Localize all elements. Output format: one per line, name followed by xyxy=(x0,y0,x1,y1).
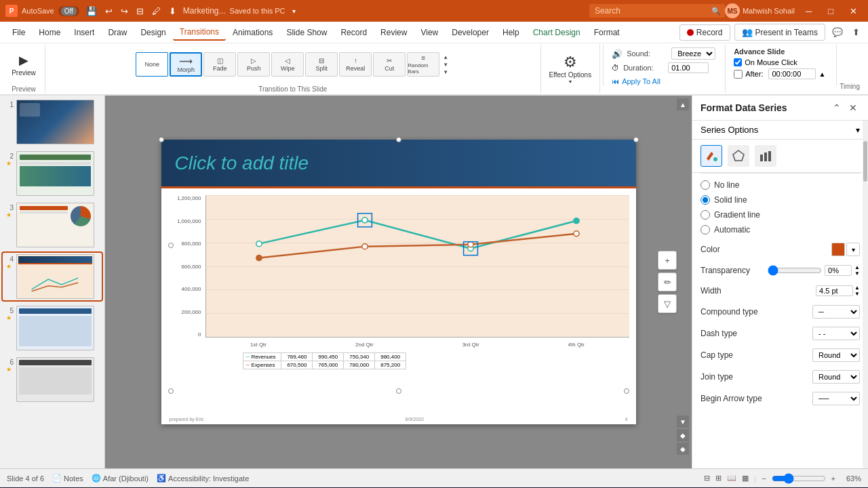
filter-button[interactable]: ▽ xyxy=(658,294,677,313)
transition-split[interactable]: ⊟ Split xyxy=(305,52,338,77)
maximize-button[interactable]: □ xyxy=(823,5,839,18)
on-mouse-click-checkbox[interactable] xyxy=(734,58,742,66)
notes-button[interactable]: 📄 Notes xyxy=(52,474,83,483)
after-checkbox[interactable] xyxy=(734,70,743,79)
slide-thumb-3[interactable]: 3 ★ xyxy=(3,201,102,249)
canvas-scroll-mid2[interactable]: ◆ xyxy=(677,443,689,455)
close-button[interactable]: ✕ xyxy=(844,5,863,18)
comments-button[interactable]: 💬 xyxy=(829,26,846,39)
color-swatch[interactable] xyxy=(831,243,845,256)
slide-frame[interactable]: Click to add title 1,200,000 1,000,000 xyxy=(161,140,636,424)
effect-options-button[interactable]: ⚙ Effect Options ▾ xyxy=(545,52,596,86)
menu-transitions[interactable]: Transitions xyxy=(173,24,226,41)
transparency-down[interactable]: ▼ xyxy=(854,270,860,277)
slide-title-placeholder[interactable]: Click to add title xyxy=(175,152,309,174)
slide-thumb-5[interactable]: 5 ★ xyxy=(3,304,102,352)
fill-line-icon-btn[interactable] xyxy=(701,145,722,167)
solid-line-radio[interactable] xyxy=(701,195,710,205)
language-button[interactable]: 🌐 Afar (Djibouti) xyxy=(92,474,149,483)
slide-thumb-4[interactable]: 4 ★ xyxy=(3,253,102,300)
menu-home[interactable]: Home xyxy=(32,25,67,40)
menu-file[interactable]: File xyxy=(5,25,32,40)
width-input[interactable] xyxy=(816,285,853,296)
width-up[interactable]: ▲ xyxy=(854,285,860,291)
transition-random-bars[interactable]: ≡ Random Bars xyxy=(407,52,439,77)
present-in-teams-button[interactable]: 👥 Present in Teams xyxy=(734,24,826,41)
transition-morph[interactable]: ⟿ Morph xyxy=(170,52,202,77)
menu-view[interactable]: View xyxy=(414,25,445,40)
share-button[interactable]: ⬆ xyxy=(850,26,863,39)
duration-input[interactable] xyxy=(668,62,709,73)
apply-to-all-button[interactable]: ⏮ Apply To All xyxy=(612,76,660,87)
canvas-scroll-up[interactable]: ▲ xyxy=(677,98,689,110)
pencil-button[interactable]: ✏ xyxy=(658,272,677,291)
menu-chart-design[interactable]: Chart Design xyxy=(526,25,587,40)
menu-help[interactable]: Help xyxy=(496,25,526,40)
accessibility-button[interactable]: ♿ Accessibility: Investigate xyxy=(157,474,249,483)
record-button[interactable]: Record xyxy=(679,24,730,41)
extra-button[interactable]: ⬇ xyxy=(166,5,179,18)
series-options-row[interactable]: Series Options ▾ xyxy=(692,121,868,140)
no-line-option[interactable]: No line xyxy=(701,179,860,191)
minimize-button[interactable]: ─ xyxy=(800,5,817,18)
transition-push[interactable]: ▷ Push xyxy=(237,52,270,77)
more-button[interactable]: 🖊 xyxy=(149,5,163,18)
search-input[interactable] xyxy=(589,4,725,18)
menu-record[interactable]: Record xyxy=(334,25,374,40)
automatic-option[interactable]: Automatic xyxy=(701,224,860,236)
transparency-input[interactable] xyxy=(825,265,852,276)
transparency-up[interactable]: ▲ xyxy=(854,264,860,270)
save-status-dropdown[interactable]: ▾ xyxy=(290,6,298,16)
save-button[interactable]: 💾 xyxy=(83,5,100,18)
menu-insert[interactable]: Insert xyxy=(67,25,101,40)
bar-chart-icon-btn[interactable] xyxy=(755,145,776,167)
normal-view-button[interactable]: ⊟ xyxy=(704,474,710,483)
menu-slideshow[interactable]: Slide Show xyxy=(279,25,334,40)
pentagon-icon-btn[interactable] xyxy=(728,145,749,167)
join-type-select[interactable]: Round xyxy=(812,370,860,384)
after-input[interactable] xyxy=(768,68,816,79)
gradient-line-option[interactable]: Gradient line xyxy=(701,209,860,221)
redo-button[interactable]: ↪ xyxy=(118,5,131,18)
transition-wipe[interactable]: ◁ Wipe xyxy=(271,52,304,77)
autosave-toggle[interactable]: Off xyxy=(58,6,79,16)
format-panel-scrollbar[interactable] xyxy=(863,121,868,468)
automatic-radio[interactable] xyxy=(701,225,710,235)
presenter-view-button[interactable]: ▦ xyxy=(742,474,749,483)
color-dropdown-btn[interactable]: ▾ xyxy=(846,243,860,256)
chart-container[interactable]: 1,200,000 1,000,000 800,000 600,000 400,… xyxy=(161,188,636,377)
reading-view-button[interactable]: 📖 xyxy=(727,474,736,483)
gradient-line-radio[interactable] xyxy=(701,210,710,220)
menu-developer[interactable]: Developer xyxy=(445,25,496,40)
sound-select[interactable]: Breeze xyxy=(671,47,715,60)
menu-design[interactable]: Design xyxy=(134,25,172,40)
transition-fade[interactable]: ◫ Fade xyxy=(203,52,236,77)
undo-button[interactable]: ↩ xyxy=(102,5,115,18)
transition-scroll-up[interactable]: ▲ xyxy=(441,54,450,61)
no-line-radio[interactable] xyxy=(701,180,710,190)
slide-sorter-button[interactable]: ⊞ xyxy=(715,474,722,483)
slide-thumb-2[interactable]: 2 ★ xyxy=(3,150,102,197)
slide-thumb-1[interactable]: 1 xyxy=(3,98,102,146)
view-options-button[interactable]: ⊟ xyxy=(134,5,146,18)
width-down[interactable]: ▼ xyxy=(854,291,860,297)
begin-arrow-select[interactable]: ── xyxy=(812,392,860,405)
transparency-slider[interactable] xyxy=(768,265,822,276)
menu-review[interactable]: Review xyxy=(374,25,414,40)
compound-type-select[interactable]: ─ xyxy=(812,305,860,319)
solid-line-option[interactable]: Solid line xyxy=(701,194,860,206)
dash-type-select[interactable]: - - xyxy=(812,327,860,340)
menu-animations[interactable]: Animations xyxy=(226,25,279,40)
slide-thumb-6[interactable]: 6 ★ xyxy=(3,356,102,403)
preview-button[interactable]: ▶ Preview xyxy=(7,50,41,79)
cap-type-select[interactable]: Round xyxy=(812,348,860,362)
transition-scroll-down[interactable]: ▼ xyxy=(441,68,450,76)
menu-format[interactable]: Format xyxy=(587,25,627,40)
canvas-scroll-down[interactable]: ▼ xyxy=(677,415,689,428)
after-spin-up[interactable]: ▲ xyxy=(818,70,825,78)
transition-cut[interactable]: ✂ Cut xyxy=(373,52,406,77)
transition-none[interactable]: None xyxy=(136,52,168,77)
menu-draw[interactable]: Draw xyxy=(101,25,134,40)
canvas-scroll-mid1[interactable]: ◆ xyxy=(677,429,689,441)
add-button[interactable]: + xyxy=(658,251,677,270)
